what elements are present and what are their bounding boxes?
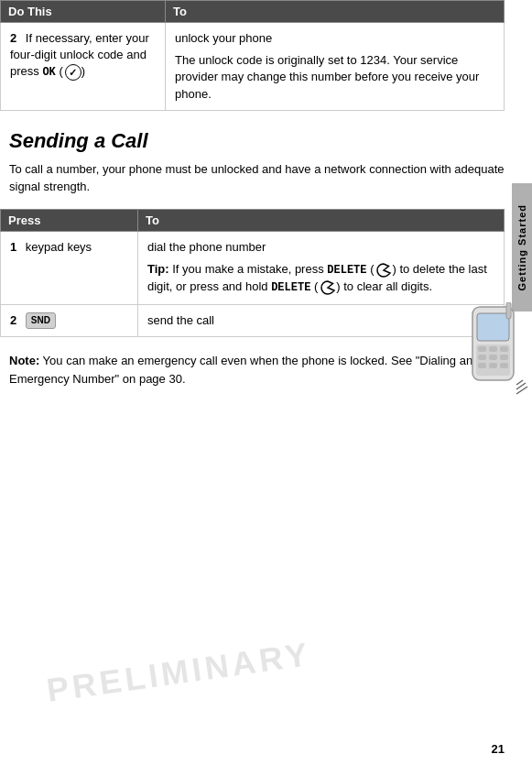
do-this-cell-1: 2 If necessary, enter your four-digit un… [1,23,166,111]
press-cell-1a: 1 keypad keys [1,231,138,304]
svg-rect-6 [478,355,486,360]
press-col1-header: Press [1,209,138,231]
note-body: You can make an emergency call even when… [9,354,472,386]
do-this-col1-header: Do This [1,1,166,23]
keypad-keys-label: keypad keys [26,240,92,254]
step-number: 2 [10,31,16,45]
svg-rect-7 [489,355,497,360]
press-col2-header: To [138,209,505,231]
dial-instruction: dial the phone number [147,239,494,256]
press-table: Press To 1 keypad keys dial the phone nu… [0,209,505,338]
section-heading: Sending a Call [9,129,505,153]
side-tab-label: Getting Started [516,204,527,290]
svg-rect-12 [506,302,511,319]
svg-rect-3 [478,346,486,352]
press-cell-1b: 2 SND [1,304,138,337]
do-this-col2-header: To [166,1,505,23]
step-number-2: 2 [10,313,16,327]
do-this-cell-2: unlock your phone The unlock code is ori… [166,23,505,111]
page-number: 21 [492,742,505,756]
ok-key-icon: ✓ [65,64,81,81]
do-this-instruction: If necessary, enter your four-digit unlo… [10,31,149,78]
svg-line-13 [516,380,523,385]
side-tab: Getting Started [512,183,532,311]
svg-rect-8 [500,355,508,360]
to-title: unlock your phone [175,30,494,47]
to-body: The unlock code is originally set to 123… [175,52,494,103]
svg-rect-4 [489,346,497,352]
svg-rect-1 [477,313,509,341]
watermark: PRELIMINARY [44,635,313,710]
section-intro: To call a number, your phone must be unl… [9,160,505,196]
delete-key-icon-1 [375,262,392,279]
delete-label-1: DELETE [327,264,366,277]
tip-body-1: If you make a mistake, press DELETE ( [172,262,374,276]
page-container: Do This To 2 If necessary, enter your fo… [0,0,505,406]
table-row: 1 keypad keys dial the phone number Tip:… [1,231,505,304]
step-number-1: 1 [10,240,16,254]
snd-button-badge: SND [26,312,56,329]
tip-text: Tip: If you make a mistake, press DELETE… [147,261,494,297]
delete-key-icon-2 [320,279,336,296]
svg-rect-10 [489,363,497,368]
tip-body-3: ) to clear all digits. [336,279,432,293]
send-call-label: send the call [147,313,214,327]
svg-rect-11 [500,363,508,368]
delete-label-2: DELETE [271,281,310,294]
svg-rect-5 [500,346,508,352]
table-row: 2 If necessary, enter your four-digit un… [1,23,505,111]
tip-label: Tip: [147,262,169,276]
note-text: Note: You can make an emergency call eve… [9,352,495,388]
do-this-table: Do This To 2 If necessary, enter your fo… [0,0,505,111]
ok-label: OK [42,66,55,79]
note-label: Note: [9,354,39,367]
phone-illustration [463,302,532,412]
svg-rect-9 [478,363,486,368]
press-cell-2a: dial the phone number Tip: If you make a… [138,231,505,304]
press-cell-2b: send the call [138,304,505,337]
table-row: 2 SND send the call [1,304,505,337]
